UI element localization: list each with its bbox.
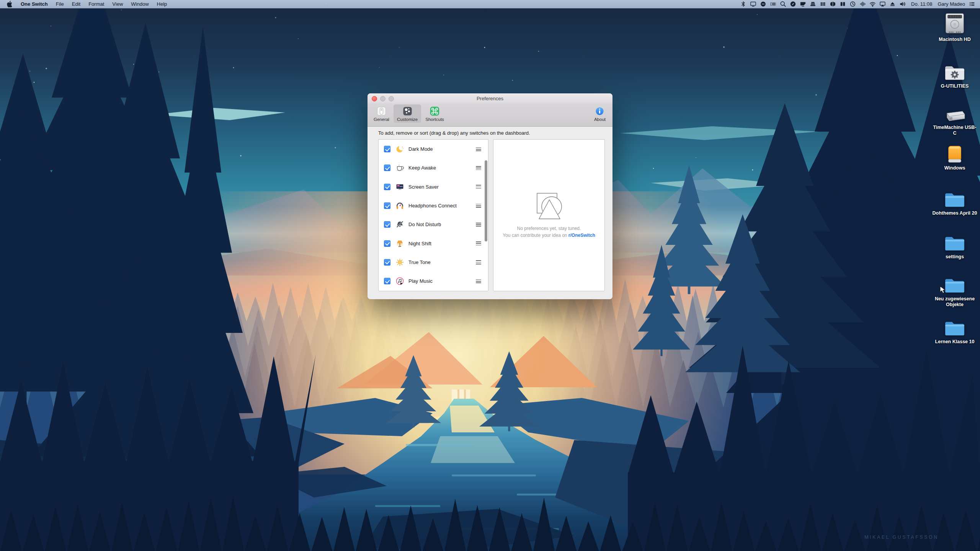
eject-icon[interactable] — [889, 1, 896, 7]
lamp-icon — [395, 239, 404, 248]
bluetooth-icon[interactable] — [740, 1, 746, 7]
menu-app-name[interactable]: One Switch — [21, 1, 48, 7]
scrollbar-thumb[interactable] — [485, 160, 487, 241]
switch-label: True Tone — [408, 259, 431, 265]
folder-icon — [932, 269, 978, 294]
checkbox[interactable] — [384, 259, 390, 266]
desktop-icon-timemachine-usb-c[interactable]: TimeMachine USB-C — [932, 98, 978, 136]
tab-label: Customize — [397, 117, 418, 122]
notification-center-icon[interactable] — [969, 1, 975, 7]
drag-handle-icon[interactable] — [476, 260, 481, 264]
drag-handle-icon[interactable] — [476, 279, 481, 283]
title-bar[interactable]: Preferences — [368, 93, 612, 103]
switch-list: Dark ModeKeep AwakeScreen SaverHeadphone… — [378, 139, 488, 291]
checkbox[interactable] — [384, 240, 390, 247]
tab-general[interactable]: General — [370, 104, 393, 123]
desktop-icon-label: TimeMachine USB-C — [932, 125, 978, 136]
desktop-icon-label: Windows — [932, 165, 978, 171]
airplay-icon[interactable] — [879, 1, 886, 7]
switch-row-dark-mode[interactable]: Dark Mode — [379, 140, 488, 158]
time-machine-icon[interactable] — [849, 1, 856, 7]
desktop-icon-label: Macintosh HD — [932, 37, 978, 42]
tab-customize[interactable]: Customize — [394, 104, 421, 123]
display-mirror-icon[interactable] — [750, 1, 756, 7]
folder-icon — [932, 184, 978, 208]
about-button[interactable]: About — [591, 104, 609, 123]
checkbox[interactable] — [384, 165, 390, 171]
checkbox[interactable] — [384, 202, 390, 209]
menu-help[interactable]: Help — [157, 1, 167, 7]
desktop-icon-g-utilities[interactable]: G-UTILITIES — [932, 57, 978, 89]
switch-row-screen-saver[interactable]: Screen Saver — [379, 178, 488, 196]
drag-handle-icon[interactable] — [476, 166, 481, 170]
desktop-icon-dohthemes-april-20[interactable]: Dohthemes April 20 — [932, 184, 978, 216]
switch-label: Headphones Connect — [408, 203, 457, 209]
switch-row-do-not-disturb[interactable]: Do Not Disturb — [379, 215, 488, 234]
desktop: MIKAEL GUSTAFSSON One Switch File Edit F… — [0, 0, 980, 551]
menu-format[interactable]: Format — [88, 1, 104, 7]
desktop-icon-settings[interactable]: settings — [932, 227, 978, 260]
menu-file[interactable]: File — [56, 1, 64, 7]
desktop-icon-macintosh-hd[interactable]: Macintosh HD — [932, 10, 978, 42]
desktop-icon-label: G-UTILITIES — [932, 83, 978, 89]
record-icon[interactable] — [760, 1, 766, 7]
menu-view[interactable]: View — [112, 1, 123, 7]
sun-icon — [395, 258, 404, 267]
checkbox[interactable] — [384, 221, 390, 228]
stack-icon[interactable] — [820, 1, 826, 7]
detail-panel: No preferences yet, stay tuned. You can … — [493, 139, 605, 291]
tab-shortcuts[interactable]: Shortcuts — [422, 104, 448, 123]
menu-bar: One Switch File Edit Format View Window … — [0, 0, 980, 8]
external-drive-icon — [932, 98, 978, 122]
preferences-window: Preferences General Customize Shortcuts — [368, 93, 612, 299]
checkbox[interactable] — [384, 146, 390, 152]
window-title: Preferences — [368, 93, 612, 103]
folder-icon — [932, 312, 978, 337]
drag-handle-icon[interactable] — [476, 241, 481, 245]
empty-state-text: No preferences yet, stay tuned. — [493, 226, 604, 231]
switch-row-true-tone[interactable]: True Tone — [379, 253, 488, 272]
switch-row-night-shift[interactable]: Night Shift — [379, 234, 488, 253]
compass-icon[interactable] — [790, 1, 796, 7]
menu-edit[interactable]: Edit — [72, 1, 80, 7]
menu-clock[interactable]: Do. 11:08 — [911, 1, 932, 7]
instruction-text: To add, remove or sort (drag & drop) any… — [378, 130, 530, 136]
empty-state-prefix: You can contribute your idea on — [503, 233, 568, 238]
desktop-icon-lernen-klasse-10[interactable]: Lernen Klasse 10 — [932, 312, 978, 345]
menu-window[interactable]: Window — [131, 1, 149, 7]
desktop-icon-windows[interactable]: Windows — [932, 139, 978, 171]
wifi-icon[interactable] — [869, 1, 876, 7]
layers-icon[interactable] — [810, 1, 816, 7]
checkbox[interactable] — [384, 278, 390, 284]
music-icon — [395, 277, 404, 285]
soundwave-icon[interactable] — [859, 1, 866, 7]
switch-label: Dark Mode — [408, 146, 433, 152]
audio-eq-icon[interactable] — [770, 1, 776, 7]
switch-row-headphones-connect[interactable]: Headphones Connect — [379, 196, 488, 215]
menu-user-name[interactable]: Gary Madeo — [938, 1, 965, 7]
drag-handle-icon[interactable] — [476, 147, 481, 151]
tab-label: Shortcuts — [425, 117, 444, 122]
desktop-icon-label: Lernen Klasse 10 — [932, 339, 978, 345]
empty-state-text2: You can contribute your idea on r/OneSwi… — [493, 233, 604, 238]
package-icon[interactable] — [830, 1, 836, 7]
drag-handle-icon[interactable] — [476, 223, 481, 227]
apple-menu-icon[interactable] — [6, 1, 13, 7]
subreddit-link[interactable]: r/OneSwitch — [568, 233, 595, 238]
artist-watermark: MIKAEL GUSTAFSSON — [864, 535, 939, 540]
coffee-icon — [395, 163, 404, 172]
tab-label: General — [374, 117, 389, 122]
desktop-icon-neu-zugewiesene-objekte[interactable]: Neu zugewiesene Objekte — [932, 269, 978, 308]
spotlight-icon[interactable] — [780, 1, 786, 7]
desktop-icon-label: Neu zugewiesene Objekte — [932, 296, 978, 308]
screensaver-icon — [395, 183, 404, 191]
volume-icon[interactable] — [899, 1, 906, 7]
split-view-icon[interactable] — [840, 1, 846, 7]
drag-handle-icon[interactable] — [476, 185, 481, 189]
switch-row-keep-awake[interactable]: Keep Awake — [379, 158, 488, 177]
switch-row-play-music[interactable]: Play Music — [379, 272, 488, 290]
screen-share-icon[interactable] — [800, 1, 806, 7]
drag-handle-icon[interactable] — [476, 204, 481, 207]
checkbox[interactable] — [384, 184, 390, 190]
window-content: To add, remove or sort (drag & drop) any… — [368, 127, 612, 299]
